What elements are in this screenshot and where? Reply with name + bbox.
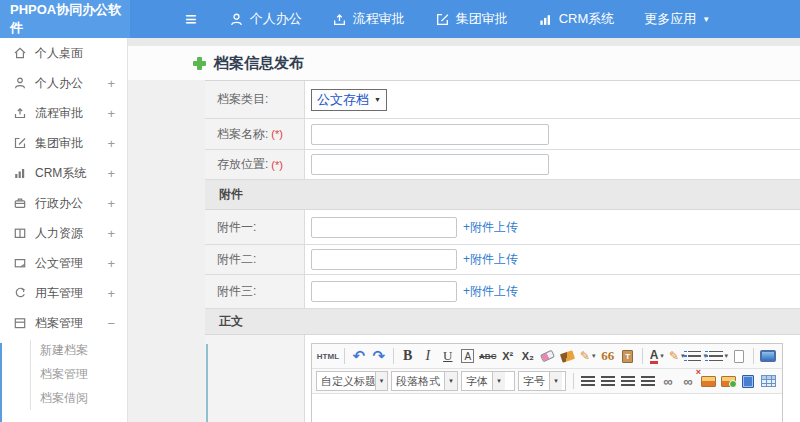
italic-button[interactable]: I xyxy=(419,346,437,366)
nav-crm-system[interactable]: CRM系统 xyxy=(538,10,615,28)
sidebar-item-document-management[interactable]: 公文管理 + xyxy=(0,248,127,278)
font-border-button[interactable]: A xyxy=(459,346,477,366)
expand-toggle-icon[interactable]: + xyxy=(107,76,115,91)
attachment-1-input[interactable] xyxy=(311,217,457,238)
insert-table-button[interactable] xyxy=(759,371,777,391)
dropdown-arrow-icon: ▾ xyxy=(492,372,505,390)
insert-media-button[interactable] xyxy=(739,371,757,391)
align-center-button[interactable] xyxy=(599,371,617,391)
nav-group-approval[interactable]: 集团审批 xyxy=(435,10,508,28)
format-painter-button[interactable]: ✎▾ xyxy=(579,346,597,366)
main-content: 档案信息发布 档案类目: 公文存档 ▼ 档案名称: (*) xyxy=(128,38,800,422)
sidebar-item-label: 档案管理 xyxy=(35,315,83,332)
paste-button[interactable]: T xyxy=(619,346,637,366)
expand-toggle-icon[interactable]: + xyxy=(107,226,115,241)
sidebar-item-label: 集团审批 xyxy=(35,135,83,152)
font-family-select[interactable]: 字体▾ xyxy=(461,371,515,391)
preview-button[interactable] xyxy=(759,346,777,366)
html-source-button[interactable]: HTML xyxy=(317,346,339,366)
car-icon xyxy=(13,286,27,300)
editor-toolbar-row-2: 自定义标题▾ 段落格式▾ 字体▾ 字号▾ ∞ ∞ xyxy=(312,369,782,394)
sidebar: 个人桌面 个人办公 + 流程审批 + 集团审批 + CRM系统 + 行政办公 + xyxy=(0,38,128,422)
sidebar-submenu-archive: 新建档案 档案管理 档案借阅 xyxy=(0,338,127,410)
select-arrow-icon: ▼ xyxy=(374,96,381,103)
form-row-attachment-2: 附件二: +附件上传 xyxy=(205,245,800,275)
sidebar-subitem-archive-borrow[interactable]: 档案借阅 xyxy=(0,386,127,410)
toolbar-separator xyxy=(573,373,574,389)
align-justify-icon xyxy=(641,376,655,386)
align-left-icon xyxy=(581,376,595,386)
attachment-3-upload-link[interactable]: +附件上传 xyxy=(463,283,518,300)
sidebar-item-crm-system[interactable]: CRM系统 + xyxy=(0,158,127,188)
undo-button[interactable]: ↶ xyxy=(350,346,368,366)
content-section-header: 正文 xyxy=(205,309,800,335)
sidebar-item-vehicle-management[interactable]: 用车管理 + xyxy=(0,278,127,308)
archive-name-input[interactable] xyxy=(311,124,549,145)
attachment-3-input[interactable] xyxy=(311,281,457,302)
paste-icon: T xyxy=(622,350,633,363)
sidebar-item-label: 公文管理 xyxy=(35,255,83,272)
required-mark: (*) xyxy=(271,159,283,171)
sidebar-subitem-new-archive[interactable]: 新建档案 xyxy=(0,338,127,362)
attachment-2-input[interactable] xyxy=(311,249,457,270)
collapse-toggle-icon[interactable]: − xyxy=(107,316,115,331)
form-row-name: 档案名称: (*) xyxy=(205,119,800,150)
chart-icon xyxy=(13,166,27,180)
expand-toggle-icon[interactable]: + xyxy=(107,196,115,211)
sidebar-item-group-approval[interactable]: 集团审批 + xyxy=(0,128,127,158)
editor-content-area[interactable] xyxy=(312,394,782,422)
nav-personal-office[interactable]: 个人办公 xyxy=(229,10,302,28)
expand-toggle-icon[interactable]: + xyxy=(107,106,115,121)
strikethrough-button[interactable]: ABC xyxy=(479,346,497,366)
subscript-button[interactable]: X₂ xyxy=(519,346,537,366)
align-right-button[interactable] xyxy=(619,371,637,391)
blockquote-button[interactable]: 66 xyxy=(599,346,617,366)
active-indicator-bar xyxy=(0,343,2,422)
unordered-list-icon xyxy=(709,351,723,362)
align-left-button[interactable] xyxy=(579,371,597,391)
sidebar-item-label: 个人桌面 xyxy=(35,45,83,62)
monitor-icon xyxy=(760,350,776,362)
nav-more-apps[interactable]: 更多应用 ▼ xyxy=(644,10,710,28)
sidebar-item-workflow-approval[interactable]: 流程审批 + xyxy=(0,98,127,128)
storage-location-input[interactable] xyxy=(311,154,549,175)
insert-link-button[interactable]: ∞ xyxy=(659,371,677,391)
nav-label: 集团审批 xyxy=(456,10,508,28)
hamburger-menu-icon[interactable]: ≡ xyxy=(185,9,197,29)
underline-button[interactable]: U xyxy=(439,346,457,366)
custom-title-select[interactable]: 自定义标题▾ xyxy=(316,371,388,391)
new-page-button[interactable] xyxy=(730,346,748,366)
insert-image-button[interactable] xyxy=(699,371,717,391)
font-color-button[interactable]: A▾ xyxy=(648,346,666,366)
unordered-list-button[interactable]: ▾ xyxy=(709,346,728,366)
attachment-2-upload-link[interactable]: +附件上传 xyxy=(463,251,518,268)
document-icon xyxy=(13,256,27,270)
expand-toggle-icon[interactable]: + xyxy=(107,256,115,271)
expand-toggle-icon[interactable]: + xyxy=(107,166,115,181)
font-size-select[interactable]: 字号▾ xyxy=(518,371,566,391)
remove-link-button[interactable]: ∞ xyxy=(679,371,697,391)
redo-button[interactable]: ↷ xyxy=(370,346,388,366)
sidebar-item-label: 行政办公 xyxy=(35,195,83,212)
attachment-1-upload-link[interactable]: +附件上传 xyxy=(463,219,518,236)
sidebar-item-personal-office[interactable]: 个人办公 + xyxy=(0,68,127,98)
sidebar-item-human-resources[interactable]: 人力资源 + xyxy=(0,218,127,248)
align-justify-button[interactable] xyxy=(639,371,657,391)
sidebar-item-admin-office[interactable]: 行政办公 + xyxy=(0,188,127,218)
dropdown-arrow-icon: ▾ xyxy=(592,352,596,360)
superscript-button[interactable]: X² xyxy=(499,346,517,366)
expand-toggle-icon[interactable]: + xyxy=(107,136,115,151)
clear-format-button[interactable] xyxy=(559,346,577,366)
sidebar-item-personal-desktop[interactable]: 个人桌面 xyxy=(0,38,127,68)
bold-button[interactable]: B xyxy=(399,346,417,366)
sidebar-subitem-archive-management[interactable]: 档案管理 xyxy=(0,362,127,386)
user-icon xyxy=(13,76,27,90)
nav-workflow-approval[interactable]: 流程审批 xyxy=(332,10,405,28)
sidebar-item-archive-management[interactable]: 档案管理 − xyxy=(0,308,127,338)
archive-icon xyxy=(13,316,27,330)
upload-image-button[interactable] xyxy=(719,371,737,391)
paragraph-format-select[interactable]: 段落格式▾ xyxy=(391,371,458,391)
expand-toggle-icon[interactable]: + xyxy=(107,286,115,301)
eraser-button[interactable] xyxy=(539,346,557,366)
category-select[interactable]: 公文存档 ▼ xyxy=(311,89,387,111)
